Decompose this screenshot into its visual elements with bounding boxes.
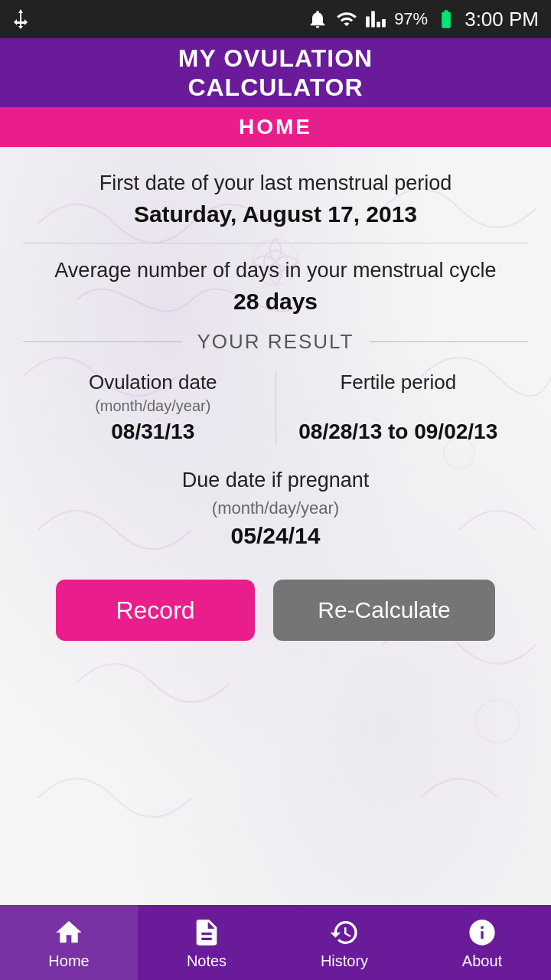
usb-icon xyxy=(12,8,29,31)
your-result-label: YOUR RESULT xyxy=(197,330,354,354)
nav-label-about: About xyxy=(462,952,502,970)
app-header: MY OVULATIONCALCULATOR xyxy=(0,38,551,107)
signal-icon xyxy=(365,8,386,30)
status-right: 97% 3:00 PM xyxy=(307,8,539,31)
avg-cycle-label: Average number of days in your menstrual… xyxy=(23,257,528,284)
due-date-section: Due date if pregnant (month/day/year) 05… xyxy=(23,467,528,549)
nav-label-home: Home xyxy=(48,952,89,970)
status-time: 3:00 PM xyxy=(465,8,539,31)
last-period-label: First date of your last menstrual period xyxy=(23,170,528,197)
battery-icon xyxy=(435,8,457,30)
history-icon xyxy=(328,916,361,949)
ovulation-date-value: 08/31/13 xyxy=(31,420,276,444)
last-period-section: First date of your last menstrual period… xyxy=(23,170,528,227)
app-title: MY OVULATIONCALCULATOR xyxy=(178,44,373,103)
nav-item-about[interactable]: About xyxy=(413,905,551,980)
results-row: Ovulation date (month/day/year) 08/31/13… xyxy=(23,371,528,444)
nav-label-history: History xyxy=(321,952,368,970)
due-date-value: 05/24/14 xyxy=(23,523,528,549)
home-tab-label: HOME xyxy=(239,115,312,139)
status-left xyxy=(12,8,29,31)
main-content: First date of your last menstrual period… xyxy=(0,147,551,980)
avg-cycle-section: Average number of days in your menstrual… xyxy=(23,257,528,315)
battery-level: 97% xyxy=(394,9,428,29)
nav-item-notes[interactable]: Notes xyxy=(138,905,276,980)
avg-cycle-value: 28 days xyxy=(23,289,528,315)
fertile-period-label: Fertile period xyxy=(276,371,521,394)
record-button[interactable]: Record xyxy=(56,580,255,641)
nav-item-history[interactable]: History xyxy=(276,905,413,980)
due-date-sublabel: (month/day/year) xyxy=(23,498,528,518)
svg-point-4 xyxy=(476,700,519,743)
nav-item-home[interactable]: Home xyxy=(0,905,138,980)
bottom-nav: Home Notes History About xyxy=(0,905,551,980)
your-result-section: YOUR RESULT xyxy=(23,330,528,354)
result-line-right xyxy=(370,341,529,342)
ovulation-date-sublabel: (month/day/year) xyxy=(31,397,276,415)
ovulation-date-box: Ovulation date (month/day/year) 08/31/13 xyxy=(31,371,276,444)
wifi-icon xyxy=(336,8,357,30)
home-icon xyxy=(52,916,86,949)
status-bar: 97% 3:00 PM xyxy=(0,0,551,38)
due-date-label: Due date if pregnant xyxy=(23,467,528,494)
fertile-period-box: Fertile period 08/28/13 to 09/02/13 xyxy=(276,371,521,444)
result-line-left xyxy=(23,341,182,342)
nav-label-notes: Notes xyxy=(187,952,227,970)
recalculate-button[interactable]: Re-Calculate xyxy=(273,580,495,641)
ovulation-date-label: Ovulation date xyxy=(31,371,276,394)
alarm-icon xyxy=(307,8,328,30)
fertile-period-sublabel xyxy=(276,397,521,415)
last-period-value: Saturday, August 17, 2013 xyxy=(23,201,528,227)
notes-icon xyxy=(190,916,223,949)
fertile-period-value: 08/28/13 to 09/02/13 xyxy=(276,420,521,444)
home-tab[interactable]: HOME xyxy=(0,107,551,147)
action-buttons: Record Re-Calculate xyxy=(23,580,528,641)
divider-1 xyxy=(23,243,528,243)
about-icon xyxy=(465,916,499,949)
content-area: First date of your last menstrual period… xyxy=(0,147,551,641)
